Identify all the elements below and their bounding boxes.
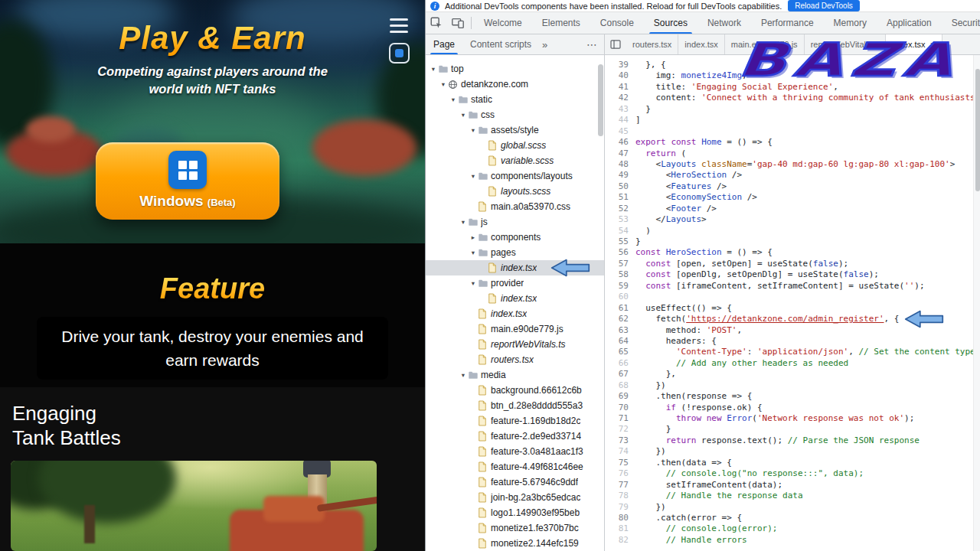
line-number[interactable]: 73 xyxy=(605,435,629,446)
twisty-icon[interactable]: ▾ xyxy=(469,172,478,180)
editor-tab-index.tsx[interactable]: index.tsx xyxy=(678,34,724,54)
line-number[interactable]: 54 xyxy=(605,226,629,236)
devtools-tab-application[interactable]: Application xyxy=(877,12,942,34)
tree-item-background.66612c6b[interactable]: background.66612c6b xyxy=(426,383,604,398)
tree-item-index.tsx[interactable]: index.tsx xyxy=(426,306,604,321)
tree-item-feature-1.169db18d2c[interactable]: feature-1.169db18d2c xyxy=(426,413,604,429)
navigator-scrollbar[interactable] xyxy=(598,64,603,136)
line-number[interactable]: 41 xyxy=(605,82,629,93)
line-number[interactable]: 75 xyxy=(605,458,629,468)
devtools-tab-sources[interactable]: Sources xyxy=(644,12,697,34)
tree-item-components[interactable]: ▸components xyxy=(426,230,604,245)
line-number[interactable]: 74 xyxy=(605,446,629,457)
twisty-icon[interactable]: ▾ xyxy=(469,126,478,134)
tree-item-routers.tsx[interactable]: routers.tsx xyxy=(426,352,604,367)
line-number[interactable]: 61 xyxy=(605,303,629,314)
tree-item-components-layouts[interactable]: ▾components/layouts xyxy=(426,168,604,184)
line-number[interactable]: 43 xyxy=(605,104,629,115)
line-number[interactable]: 59 xyxy=(605,281,629,292)
line-number[interactable]: 64 xyxy=(605,336,629,347)
tree-item-provider[interactable]: ▾provider xyxy=(426,276,604,291)
line-number[interactable]: 45 xyxy=(605,126,629,137)
line-number[interactable]: 44 xyxy=(605,115,629,126)
devtools-tab-security[interactable]: Security xyxy=(942,12,980,34)
twisty-icon[interactable]: ▾ xyxy=(439,80,448,88)
line-number[interactable]: 67 xyxy=(605,369,629,380)
line-number[interactable]: 50 xyxy=(605,181,629,192)
tree-item-css[interactable]: ▾css xyxy=(426,107,604,122)
line-number[interactable]: 68 xyxy=(605,380,629,391)
line-number[interactable]: 80 xyxy=(605,513,629,523)
inspect-icon[interactable] xyxy=(426,12,447,34)
line-number[interactable]: 72 xyxy=(605,424,629,435)
navigator-menu-icon[interactable]: ⋯ xyxy=(580,38,604,51)
line-number[interactable]: 79 xyxy=(605,502,629,513)
tree-item-index.tsx[interactable]: index.tsx xyxy=(426,291,604,306)
windows-download-button[interactable]: Windows (Beta) xyxy=(96,142,279,220)
device-toolbar-icon[interactable] xyxy=(447,12,469,34)
line-number[interactable]: 70 xyxy=(605,403,629,413)
fetch-url-link[interactable]: 'https://detankzone.com/admin_register' xyxy=(686,314,884,324)
tree-item-monetize2.144efc159[interactable]: monetize2.144efc159 xyxy=(426,536,604,551)
overflow-chevron-icon[interactable]: » xyxy=(539,39,550,51)
line-number[interactable]: 77 xyxy=(605,480,629,491)
editor-scrollbar[interactable] xyxy=(973,55,980,551)
line-number[interactable]: 52 xyxy=(605,204,629,214)
tree-item-btn_d.28e8dddd555a3[interactable]: btn_d.28e8dddd555a3 xyxy=(426,398,604,413)
code-editor[interactable]: 3940414243444546474849505152535455565758… xyxy=(605,55,980,551)
twisty-icon[interactable]: ▾ xyxy=(429,65,438,73)
tree-item-monetize1.fe370b7bc[interactable]: monetize1.fe370b7bc xyxy=(426,520,604,536)
line-number[interactable]: 63 xyxy=(605,325,629,336)
line-number[interactable]: 57 xyxy=(605,259,629,269)
line-number[interactable]: 82 xyxy=(605,535,629,546)
line-number[interactable]: 81 xyxy=(605,523,629,534)
twisty-icon[interactable]: ▾ xyxy=(459,218,468,226)
line-number[interactable]: 58 xyxy=(605,269,629,280)
tree-item-static[interactable]: ▾static xyxy=(426,92,604,107)
line-number[interactable]: 69 xyxy=(605,391,629,402)
tree-item-layouts.scss[interactable]: layouts.scss xyxy=(426,184,604,199)
line-number[interactable]: 53 xyxy=(605,214,629,225)
line-number[interactable]: 65 xyxy=(605,347,629,357)
devtools-tab-memory[interactable]: Memory xyxy=(824,12,877,34)
line-number[interactable]: 60 xyxy=(605,292,629,302)
line-number[interactable]: 39 xyxy=(605,60,629,70)
tree-item-js[interactable]: ▾js xyxy=(426,214,604,230)
tree-item-detankzone.com[interactable]: ▾detankzone.com xyxy=(426,77,604,92)
tree-item-media[interactable]: ▾media xyxy=(426,367,604,383)
menu-icon[interactable] xyxy=(390,18,408,37)
line-number[interactable]: 78 xyxy=(605,491,629,501)
toggle-navigator-icon[interactable] xyxy=(605,34,626,54)
tree-item-reportwebvitals.ts[interactable]: reportWebVitals.ts xyxy=(426,337,604,352)
devtools-tab-welcome[interactable]: Welcome xyxy=(474,12,532,34)
tree-item-feature-5.67946c9ddf[interactable]: feature-5.67946c9ddf xyxy=(426,474,604,490)
tab-page[interactable]: Page xyxy=(426,34,462,54)
twisty-icon[interactable]: ▸ xyxy=(469,233,478,241)
line-number[interactable]: 47 xyxy=(605,148,629,159)
line-number[interactable]: 62 xyxy=(605,314,629,324)
twisty-icon[interactable]: ▾ xyxy=(469,249,478,256)
tree-item-feature-4.49f681c46ee[interactable]: feature-4.49f681c46ee xyxy=(426,459,604,474)
line-number[interactable]: 56 xyxy=(605,247,629,258)
devtools-tab-elements[interactable]: Elements xyxy=(532,12,590,34)
tab-content-scripts[interactable]: Content scripts xyxy=(462,34,539,54)
line-number[interactable]: 66 xyxy=(605,358,629,369)
tree-item-global.scss[interactable]: global.scss xyxy=(426,138,604,153)
tree-item-main.a0a53970.css[interactable]: main.a0a53970.css xyxy=(426,199,604,214)
line-number[interactable]: 42 xyxy=(605,93,629,103)
devtools-tab-console[interactable]: Console xyxy=(590,12,644,34)
focus-icon[interactable] xyxy=(389,43,410,64)
line-number[interactable]: 51 xyxy=(605,192,629,203)
editor-tab-routers.tsx[interactable]: routers.tsx xyxy=(626,34,678,54)
tree-item-top[interactable]: ▾top xyxy=(426,61,604,77)
twisty-icon[interactable]: ▾ xyxy=(459,371,468,379)
line-number[interactable]: 49 xyxy=(605,170,629,181)
line-number[interactable]: 40 xyxy=(605,70,629,81)
editor-scrollbar-thumb[interactable] xyxy=(975,69,980,191)
line-number[interactable]: 71 xyxy=(605,413,629,424)
tree-item-main.e90de779.js[interactable]: main.e90de779.js xyxy=(426,321,604,337)
reload-devtools-button[interactable]: Reload DevTools xyxy=(788,0,860,11)
twisty-icon[interactable]: ▾ xyxy=(469,279,478,287)
tree-item-join-bg.2a3bc65edcac[interactable]: join-bg.2a3bc65edcac xyxy=(426,490,604,505)
devtools-tab-performance[interactable]: Performance xyxy=(751,12,824,34)
